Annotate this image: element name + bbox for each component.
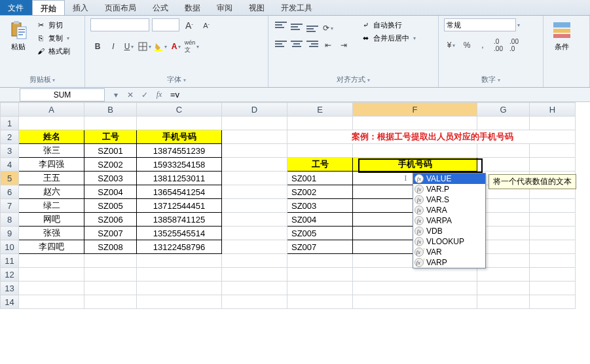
tab-view[interactable]: 视图 bbox=[241, 0, 273, 15]
formula-autocomplete[interactable]: fxVALUEfxVAR.PfxVAR.SfxVARAfxVARPAfxVDBf… bbox=[413, 173, 486, 268]
cell-E4[interactable]: 工号 bbox=[287, 158, 353, 172]
cell-H11[interactable] bbox=[530, 254, 576, 268]
col-header-C[interactable]: C bbox=[137, 103, 222, 117]
cell-F13[interactable] bbox=[353, 282, 477, 295]
cell-G4[interactable] bbox=[477, 158, 530, 172]
font-family-select[interactable] bbox=[90, 18, 149, 31]
phonetic-button[interactable]: wén文▾ bbox=[185, 39, 199, 54]
cell-A3[interactable]: 张三 bbox=[19, 144, 84, 158]
cell-H13[interactable] bbox=[530, 282, 576, 295]
cell-C6[interactable]: 13654541254 bbox=[137, 185, 222, 199]
cell-C8[interactable]: 13858741125 bbox=[137, 213, 222, 227]
cell-B2[interactable]: 工号 bbox=[84, 130, 137, 144]
cell-B8[interactable]: SZ006 bbox=[84, 213, 137, 227]
autocomplete-item-VALUE[interactable]: fxVALUE bbox=[413, 173, 485, 184]
row-header-8[interactable]: 8 bbox=[1, 213, 19, 227]
cell-A10[interactable]: 李四吧 bbox=[19, 240, 84, 254]
cell-E14[interactable] bbox=[287, 295, 353, 309]
cell-A9[interactable]: 张强 bbox=[19, 227, 84, 240]
cut-button[interactable]: ✂剪切 bbox=[35, 18, 70, 31]
col-header-E[interactable]: E bbox=[287, 103, 353, 117]
paste-button[interactable]: 粘贴 bbox=[5, 18, 31, 53]
tab-file[interactable]: 文件 bbox=[0, 0, 32, 15]
cell-D13[interactable] bbox=[222, 282, 287, 295]
cell-D6[interactable] bbox=[222, 185, 287, 199]
cell-B13[interactable] bbox=[84, 282, 137, 295]
cell-C12[interactable] bbox=[137, 268, 222, 282]
cell-B14[interactable] bbox=[84, 295, 137, 309]
cell-E6[interactable]: SZ002 bbox=[287, 185, 353, 199]
cell-C10[interactable]: 13122458796 bbox=[137, 240, 222, 254]
row-header-2[interactable]: 2 bbox=[1, 130, 19, 144]
cell-D3[interactable] bbox=[222, 144, 287, 158]
cell-D4[interactable] bbox=[222, 158, 287, 172]
col-header-D[interactable]: D bbox=[222, 103, 287, 117]
autocomplete-item-VARPA[interactable]: fxVARPA bbox=[413, 215, 485, 226]
cell-D1[interactable] bbox=[222, 117, 287, 130]
autocomplete-item-VARP[interactable]: fxVARP bbox=[413, 257, 485, 268]
cell-A7[interactable]: 绿二 bbox=[19, 199, 84, 213]
cell-D2[interactable] bbox=[222, 130, 287, 144]
cell-B4[interactable]: SZ002 bbox=[84, 158, 137, 172]
col-header-F[interactable]: F bbox=[353, 103, 477, 117]
cell-H7[interactable] bbox=[530, 199, 576, 213]
row-header-4[interactable]: 4 bbox=[1, 158, 19, 172]
select-all-corner[interactable] bbox=[1, 103, 19, 117]
cell-B5[interactable]: SZ003 bbox=[84, 172, 137, 185]
cell-E11[interactable] bbox=[287, 254, 353, 268]
shrink-font-button[interactable]: Aˇ bbox=[199, 18, 213, 33]
cell-A11[interactable] bbox=[19, 254, 84, 268]
border-button[interactable]: ▾ bbox=[138, 39, 152, 54]
cell-D8[interactable] bbox=[222, 213, 287, 227]
autocomplete-item-VAR.P[interactable]: fxVAR.P bbox=[413, 184, 485, 194]
wrap-text-button[interactable]: ⤶自动换行 bbox=[360, 18, 416, 31]
cell-G12[interactable] bbox=[477, 268, 530, 282]
cell-E7[interactable]: SZ003 bbox=[287, 199, 353, 213]
cell-C14[interactable] bbox=[137, 295, 222, 309]
cell-H1[interactable] bbox=[530, 117, 576, 130]
cell-E5[interactable]: SZ001 bbox=[287, 172, 353, 185]
cell-G14[interactable] bbox=[477, 295, 530, 309]
cell-F12[interactable] bbox=[353, 268, 477, 282]
cancel-formula-button[interactable]: ✕ bbox=[123, 90, 138, 100]
cell-F14[interactable] bbox=[353, 295, 477, 309]
cell-E1[interactable] bbox=[287, 117, 353, 130]
cell-E13[interactable] bbox=[287, 282, 353, 295]
cell-E2[interactable]: 案例：根据工号提取出人员对应的手机号码 bbox=[287, 130, 576, 144]
cell-D5[interactable] bbox=[222, 172, 287, 185]
cell-D9[interactable] bbox=[222, 227, 287, 240]
cell-A5[interactable]: 王五 bbox=[19, 172, 84, 185]
dec-decimal-button[interactable]: .00.0 bbox=[507, 38, 521, 52]
cell-A6[interactable]: 赵六 bbox=[19, 185, 84, 199]
cell-A2[interactable]: 姓名 bbox=[19, 130, 84, 144]
cell-G1[interactable] bbox=[477, 117, 530, 130]
cell-A8[interactable]: 网吧 bbox=[19, 213, 84, 227]
cell-A13[interactable] bbox=[19, 282, 84, 295]
row-header-12[interactable]: 12 bbox=[1, 268, 19, 282]
cell-H10[interactable] bbox=[530, 240, 576, 254]
conditional-format-button[interactable]: 条件 bbox=[549, 18, 575, 53]
tab-insert[interactable]: 插入 bbox=[65, 0, 97, 15]
row-header-1[interactable]: 1 bbox=[1, 117, 19, 130]
col-header-A[interactable]: A bbox=[19, 103, 84, 117]
cell-A14[interactable] bbox=[19, 295, 84, 309]
comma-button[interactable]: , bbox=[475, 38, 490, 52]
cell-D7[interactable] bbox=[222, 199, 287, 213]
merge-center-button[interactable]: ⬌合并后居中▾ bbox=[360, 31, 416, 45]
cell-C11[interactable] bbox=[137, 254, 222, 268]
cell-C2[interactable]: 手机号码 bbox=[137, 130, 222, 144]
cell-C1[interactable] bbox=[137, 117, 222, 130]
col-header-G[interactable]: G bbox=[477, 103, 530, 117]
row-header-11[interactable]: 11 bbox=[1, 254, 19, 268]
cell-G13[interactable] bbox=[477, 282, 530, 295]
inc-decimal-button[interactable]: .0.00 bbox=[491, 38, 506, 52]
row-header-7[interactable]: 7 bbox=[1, 199, 19, 213]
cell-H9[interactable] bbox=[530, 227, 576, 240]
align-top-button[interactable] bbox=[274, 21, 288, 35]
align-center-button[interactable] bbox=[289, 38, 304, 52]
cell-E9[interactable]: SZ005 bbox=[287, 227, 353, 240]
fill-color-button[interactable]: ▾ bbox=[153, 39, 168, 54]
indent-dec-button[interactable]: ⇤ bbox=[321, 38, 335, 52]
font-size-select[interactable] bbox=[152, 18, 179, 31]
row-header-13[interactable]: 13 bbox=[1, 282, 19, 295]
